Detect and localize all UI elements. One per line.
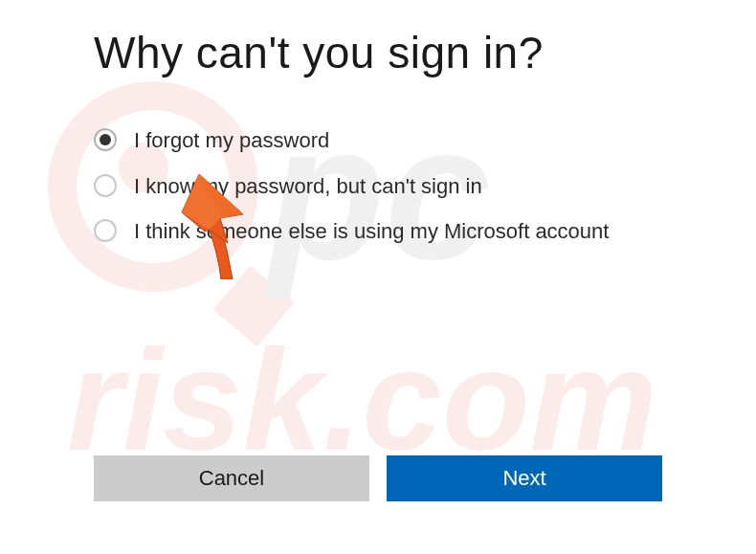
option-label: I know my password, but can't sign in <box>134 172 482 201</box>
next-button[interactable]: Next <box>387 455 662 501</box>
svg-rect-2 <box>213 266 295 347</box>
cancel-button[interactable]: Cancel <box>94 455 369 501</box>
option-know-password[interactable]: I know my password, but can't sign in <box>94 172 662 201</box>
radio-icon <box>94 219 117 242</box>
option-label: I forgot my password <box>134 126 329 155</box>
signin-reason-dialog: Why can't you sign in? I forgot my passw… <box>0 0 756 246</box>
option-label: I think someone else is using my Microso… <box>134 217 609 246</box>
option-someone-else[interactable]: I think someone else is using my Microso… <box>94 217 662 246</box>
page-title: Why can't you sign in? <box>94 27 662 78</box>
radio-icon <box>94 174 117 197</box>
option-forgot-password[interactable]: I forgot my password <box>94 126 662 155</box>
dialog-button-bar: Cancel Next <box>94 455 662 501</box>
radio-icon <box>94 128 117 151</box>
reason-options-group: I forgot my password I know my password,… <box>94 126 662 246</box>
